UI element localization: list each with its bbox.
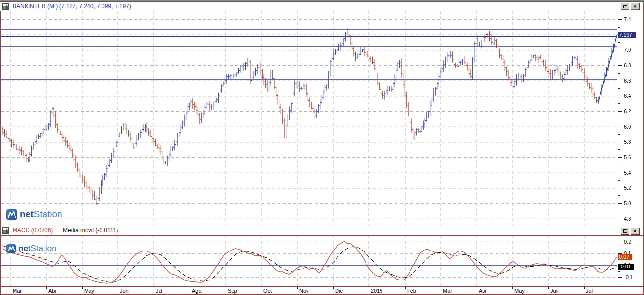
axis-tick xyxy=(618,111,622,112)
signal-line xyxy=(2,246,617,283)
netstation-watermark: netStation xyxy=(6,209,62,220)
close-button[interactable]: × xyxy=(631,3,639,10)
restore-icon xyxy=(623,229,627,233)
axis-tick xyxy=(618,283,620,283)
axis-tick xyxy=(618,65,622,66)
time-axis-label: Mar xyxy=(443,288,452,294)
time-axis-label: Jul xyxy=(586,288,593,294)
axis-tick-label: 6.8 xyxy=(624,62,641,68)
time-axis-label: Nov xyxy=(299,288,309,294)
trendline xyxy=(598,34,617,103)
time-axis-label: Feb xyxy=(407,288,416,294)
up-bars xyxy=(17,28,616,206)
price-chart-canvas[interactable] xyxy=(0,11,644,225)
time-axis-tick xyxy=(477,287,477,289)
last-price-label: 7.197 xyxy=(618,32,636,38)
signal-title: Media móvil (-0.0111) xyxy=(63,225,118,236)
time-axis-tick xyxy=(369,287,369,289)
axis-tick-label: 5.4 xyxy=(624,170,641,176)
time-axis-label: May xyxy=(514,288,525,294)
time-axis[interactable]: MarAbrMayJunJulAgoSepOctNovDic2015FebMar… xyxy=(0,286,643,294)
time-axis-label: Abr xyxy=(48,288,57,294)
axis-tick xyxy=(618,12,620,12)
axis-tick xyxy=(618,173,622,173)
axis-tick-label: 6.0 xyxy=(624,124,641,130)
time-axis-tick xyxy=(584,287,585,289)
axis-tick xyxy=(618,242,622,242)
macd-panel-titlebar: MACD (0.0706) Media móvil (-0.0111) × xyxy=(0,225,644,236)
axis-tick xyxy=(618,236,620,236)
axis-tick-label: 6.2 xyxy=(624,108,641,114)
axis-tick xyxy=(618,42,620,43)
time-axis-label: Mar xyxy=(13,288,22,294)
time-axis-tick xyxy=(11,287,11,289)
time-axis-tick xyxy=(46,287,47,289)
macd-title: MACD (0.0706) xyxy=(13,225,53,236)
axis-tick xyxy=(618,96,622,96)
axis-tick-label: 4.8 xyxy=(624,216,641,221)
axis-tick xyxy=(618,165,620,165)
time-axis-label: Jun xyxy=(550,288,559,294)
time-axis-label: Ago xyxy=(192,288,202,294)
chart-panel-icon xyxy=(2,3,9,10)
axis-tick xyxy=(618,157,622,158)
macd-value-label: 0.07 xyxy=(618,254,632,260)
axis-tick xyxy=(618,188,622,188)
netstation-window: BANKINTER (M ) (7.127, 7.240, 7.099, 7.1… xyxy=(0,0,644,295)
time-axis-tick xyxy=(548,287,549,289)
time-axis-label: Jun xyxy=(120,288,129,294)
time-axis-tick xyxy=(405,287,406,289)
axis-tick-label: 5.6 xyxy=(624,154,641,160)
axis-tick xyxy=(618,58,620,58)
netstation-logo-icon xyxy=(6,244,16,253)
time-axis-label: Jul xyxy=(156,288,162,294)
time-axis-label: Oct xyxy=(263,288,272,294)
axis-tick xyxy=(618,88,620,89)
close-button[interactable]: × xyxy=(631,227,639,234)
time-axis-tick xyxy=(226,287,226,289)
restore-button[interactable] xyxy=(621,3,629,10)
time-axis-tick xyxy=(190,287,190,289)
time-axis-label: 2015 xyxy=(371,288,382,294)
time-axis-tick xyxy=(154,287,154,289)
restore-icon xyxy=(623,5,627,8)
time-axis-label: May xyxy=(84,288,94,294)
axis-tick-label: 0.2 xyxy=(624,239,641,245)
axis-tick xyxy=(618,248,620,248)
chart-panel-icon xyxy=(2,227,9,234)
axis-tick xyxy=(618,103,620,104)
time-axis-tick xyxy=(512,287,513,289)
axis-tick xyxy=(618,134,620,135)
time-axis-tick xyxy=(118,287,118,289)
macd-chart-canvas[interactable] xyxy=(0,236,644,286)
axis-tick xyxy=(618,50,622,50)
watermark-station: Station xyxy=(34,209,62,219)
axis-tick xyxy=(618,19,622,20)
time-axis-tick xyxy=(82,287,83,289)
price-panel-titlebar: BANKINTER (M ) (7.127, 7.240, 7.099, 7.1… xyxy=(0,2,644,11)
axis-tick xyxy=(618,73,620,74)
axis-tick-label: -0.1 xyxy=(624,274,641,280)
axis-tick xyxy=(618,271,620,272)
restore-button[interactable] xyxy=(621,227,629,234)
time-axis-tick xyxy=(441,287,441,289)
axis-tick xyxy=(618,127,622,127)
axis-tick xyxy=(618,149,620,150)
netstation-watermark: netStation xyxy=(6,244,56,253)
axis-tick xyxy=(618,277,622,278)
axis-tick-label: 7.0 xyxy=(624,47,641,53)
watermark-net: net xyxy=(20,209,34,219)
axis-tick xyxy=(618,142,622,142)
axis-tick xyxy=(618,81,622,81)
watermark-station: Station xyxy=(31,244,57,253)
axis-tick-label: 6.4 xyxy=(624,93,641,99)
axis-tick xyxy=(618,203,622,204)
axis-tick xyxy=(618,195,620,196)
netstation-logo-icon xyxy=(6,209,17,220)
axis-tick xyxy=(618,219,622,219)
price-panel-title: BANKINTER (M ) (7.127, 7.240, 7.099, 7.1… xyxy=(13,2,131,11)
axis-tick-label: 7.4 xyxy=(624,16,641,22)
axis-tick-label: 5.8 xyxy=(624,139,641,145)
axis-tick-label: 5.2 xyxy=(624,185,641,191)
axis-tick-label: 5.0 xyxy=(624,200,641,206)
